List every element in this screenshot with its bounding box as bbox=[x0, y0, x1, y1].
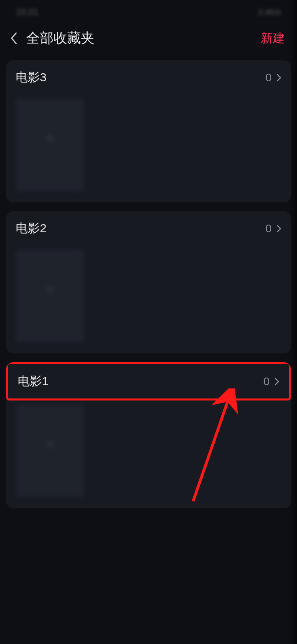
create-button[interactable]: 新建 bbox=[261, 30, 289, 47]
add-item-placeholder[interactable]: + ···· bbox=[16, 250, 84, 342]
placeholder-text: ···· bbox=[44, 303, 56, 311]
plus-icon: + bbox=[45, 436, 54, 453]
status-indicators: 2.4K/s bbox=[258, 8, 281, 17]
edge-shadow bbox=[290, 0, 297, 644]
plus-icon: + bbox=[45, 281, 54, 298]
chevron-right-icon bbox=[276, 74, 281, 82]
folder-name: 电影1 bbox=[18, 373, 263, 390]
add-item-placeholder[interactable]: + ···· bbox=[16, 99, 84, 191]
folder-body: + ···· bbox=[6, 246, 291, 353]
folder-count: 0 bbox=[265, 222, 272, 235]
folder-card[interactable]: 电影1 0 + ···· bbox=[6, 362, 291, 508]
folder-name: 电影2 bbox=[16, 220, 265, 237]
folder-count: 0 bbox=[263, 375, 270, 388]
folder-body: + ···· bbox=[6, 400, 291, 508]
folder-body: + ···· bbox=[6, 95, 291, 202]
folder-header[interactable]: 电影3 0 bbox=[6, 60, 291, 95]
folder-header-highlighted[interactable]: 电影1 0 bbox=[6, 362, 291, 400]
folder-name: 电影3 bbox=[16, 69, 265, 86]
chevron-right-icon bbox=[276, 225, 281, 233]
status-bar: 15:21 2.4K/s bbox=[0, 0, 297, 24]
folder-card[interactable]: 电影2 0 + ···· bbox=[6, 211, 291, 353]
add-item-placeholder[interactable]: + ···· bbox=[16, 405, 84, 497]
status-time: 15:21 bbox=[16, 7, 38, 17]
plus-icon: + bbox=[45, 130, 54, 147]
folder-card[interactable]: 电影3 0 + ···· bbox=[6, 60, 291, 202]
chevron-right-icon bbox=[274, 378, 279, 386]
folders-list: 电影3 0 + ···· 电影2 0 + ···· bbox=[0, 52, 297, 525]
chevron-left-icon bbox=[10, 32, 18, 44]
placeholder-text: ···· bbox=[44, 458, 56, 466]
folder-header[interactable]: 电影2 0 bbox=[6, 211, 291, 246]
nav-header: 全部收藏夹 新建 bbox=[0, 24, 297, 52]
back-button[interactable] bbox=[6, 30, 22, 46]
folder-count: 0 bbox=[265, 71, 272, 84]
placeholder-text: ···· bbox=[44, 152, 56, 160]
page-title: 全部收藏夹 bbox=[26, 29, 261, 47]
